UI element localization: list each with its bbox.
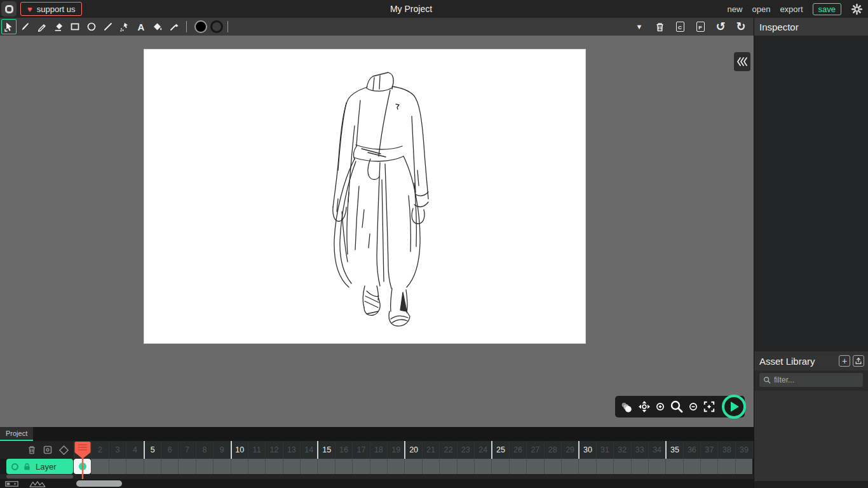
frame-number[interactable]: 35 xyxy=(665,441,682,459)
frame-number[interactable]: 39 xyxy=(735,441,752,459)
frame-number[interactable]: 32 xyxy=(613,441,630,459)
frame-number[interactable]: 9 xyxy=(213,441,230,459)
tab-project[interactable]: Project xyxy=(0,427,33,441)
save-button[interactable]: save xyxy=(813,3,841,15)
paste-button[interactable]: P xyxy=(694,19,707,34)
frame-number[interactable]: 2 xyxy=(91,441,108,459)
frame-number[interactable]: 12 xyxy=(265,441,282,459)
frame-cell[interactable] xyxy=(109,459,126,474)
frame-cell[interactable] xyxy=(178,459,195,474)
add-tween-button[interactable] xyxy=(58,445,69,456)
timeline-scrollbar[interactable] xyxy=(76,480,122,487)
frame-number[interactable]: 38 xyxy=(717,441,735,459)
upload-asset-button[interactable] xyxy=(853,355,864,367)
frame-number[interactable]: 6 xyxy=(161,441,178,459)
tool-eyedropper[interactable] xyxy=(166,19,182,34)
frame-number[interactable]: 37 xyxy=(700,441,717,459)
frame-cell[interactable] xyxy=(457,459,474,474)
layer-visibility-icon[interactable] xyxy=(11,463,18,470)
pan-button[interactable] xyxy=(638,400,651,413)
frame-number[interactable]: 30 xyxy=(578,441,595,459)
frame-cell[interactable] xyxy=(509,459,526,474)
play-button[interactable] xyxy=(722,395,746,419)
frame-cell[interactable] xyxy=(648,459,665,474)
frame-cell[interactable] xyxy=(213,459,230,474)
frame-number[interactable]: 27 xyxy=(526,441,543,459)
frame-number[interactable]: 21 xyxy=(422,441,439,459)
frame-cell[interactable] xyxy=(561,459,578,474)
frame-number[interactable]: 10 xyxy=(231,441,248,459)
frame-cell[interactable] xyxy=(439,459,456,474)
frame-number[interactable]: 18 xyxy=(370,441,387,459)
frame-cell[interactable] xyxy=(126,459,143,474)
layer-row[interactable]: Layer xyxy=(6,459,73,474)
frame-number[interactable]: 20 xyxy=(404,441,421,459)
frame-number[interactable]: 25 xyxy=(491,441,508,459)
stroke-color-swatch[interactable] xyxy=(210,20,223,33)
frame-number[interactable]: 5 xyxy=(144,441,161,459)
frame-cell[interactable] xyxy=(526,459,543,474)
app-logo[interactable] xyxy=(1,1,17,17)
frame-size-button[interactable] xyxy=(5,480,19,487)
frame-cell[interactable] xyxy=(700,459,717,474)
frame-number[interactable]: 11 xyxy=(248,441,265,459)
frame-number[interactable]: 28 xyxy=(544,441,561,459)
redo-button[interactable]: ↻ xyxy=(735,19,747,34)
delete-button[interactable] xyxy=(653,19,666,34)
keyframe-cell[interactable] xyxy=(74,459,91,474)
frame-cell[interactable] xyxy=(144,459,161,474)
delete-frame-button[interactable] xyxy=(27,445,37,455)
frame-number[interactable]: 31 xyxy=(596,441,613,459)
frame-cell[interactable] xyxy=(474,459,491,474)
frame-cell[interactable] xyxy=(665,459,682,474)
frame-number[interactable]: 7 xyxy=(178,441,195,459)
layers-scrollbar[interactable] xyxy=(6,475,73,478)
frame-number[interactable]: 34 xyxy=(648,441,665,459)
frame-number[interactable]: 3 xyxy=(109,441,126,459)
frame-cell[interactable] xyxy=(683,459,700,474)
onion-skin-settings-button[interactable] xyxy=(29,480,46,487)
frame-cell[interactable] xyxy=(231,459,248,474)
export-button[interactable]: export xyxy=(780,4,803,14)
frame-cell[interactable] xyxy=(631,459,648,474)
layer-lock-icon[interactable] xyxy=(23,463,31,471)
frame-cell[interactable] xyxy=(613,459,630,474)
zoom-in-button[interactable] xyxy=(656,402,665,411)
tool-text[interactable]: A xyxy=(133,19,149,34)
frame-cell[interactable] xyxy=(317,459,334,474)
frame-number[interactable]: 36 xyxy=(683,441,700,459)
frame-cell[interactable] xyxy=(387,459,404,474)
frame-number[interactable]: 13 xyxy=(283,441,300,459)
frame-number[interactable]: 17 xyxy=(352,441,369,459)
frame-number[interactable]: 29 xyxy=(561,441,578,459)
settings-button[interactable] xyxy=(851,3,863,15)
frame-number[interactable]: 8 xyxy=(196,441,213,459)
tool-brush[interactable] xyxy=(18,19,33,34)
tool-eraser[interactable] xyxy=(51,19,66,34)
zoom-to-fit-button[interactable] xyxy=(703,400,715,413)
tool-line[interactable] xyxy=(100,19,116,34)
frame-cell[interactable] xyxy=(544,459,561,474)
frame-cell[interactable] xyxy=(578,459,595,474)
frame-cell[interactable] xyxy=(248,459,265,474)
frame-cell[interactable] xyxy=(422,459,439,474)
drawing-canvas[interactable] xyxy=(144,49,586,344)
frame-number[interactable]: 22 xyxy=(439,441,456,459)
tool-rectangle[interactable] xyxy=(67,19,83,34)
frame-cell[interactable] xyxy=(283,459,300,474)
magnifier-button[interactable] xyxy=(670,400,684,414)
frame-number[interactable]: 16 xyxy=(335,441,352,459)
frame-cell[interactable] xyxy=(265,459,282,474)
frame-cell[interactable] xyxy=(370,459,387,474)
tool-ellipse[interactable] xyxy=(84,19,99,34)
frame-cell[interactable] xyxy=(352,459,369,474)
undo-button[interactable]: ↺ xyxy=(714,19,727,34)
fill-color-swatch[interactable] xyxy=(194,20,207,33)
frame-cell[interactable] xyxy=(161,459,178,474)
asset-filter-input[interactable] xyxy=(774,376,859,384)
tool-settings-dropdown[interactable]: ▼ xyxy=(633,19,646,34)
copy-button[interactable]: C xyxy=(674,19,686,34)
frame-cell[interactable] xyxy=(404,459,421,474)
new-button[interactable]: new xyxy=(728,4,743,14)
collapse-panel-button[interactable] xyxy=(734,52,750,71)
